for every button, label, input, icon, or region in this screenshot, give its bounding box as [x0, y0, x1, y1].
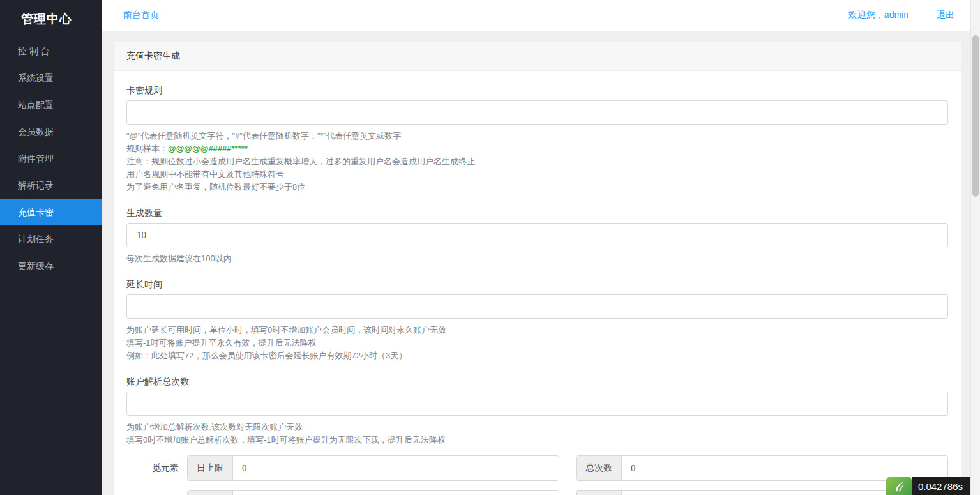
trace-badge: 0.042786s [886, 477, 970, 495]
sidebar-item-attachment-mgmt[interactable]: 附件管理 [0, 145, 102, 172]
sidebar: 管理中心 控 制 台 系统设置 站点配置 会员数据 附件管理 解析记录 充值卡密… [0, 0, 102, 495]
help-line: 例如：此处填写72，那么会员使用该卡密后会延长账户有效期72小时（3天） [126, 349, 948, 362]
scrollbar-thumb[interactable] [972, 35, 979, 197]
panel-title: 充值卡密生成 [114, 42, 961, 71]
main-area: 前台首页 欢迎您，admin 退出 充值卡密生成 卡密规则 "@"代表任意随机英… [102, 0, 980, 495]
site-row-wotuwang: 我图网 日上限 总次数 [126, 490, 948, 495]
card-generation-panel: 充值卡密生成 卡密规则 "@"代表任意随机英文字符，"#"代表任意随机数字，"*… [113, 42, 961, 495]
help-line: "@"代表任意随机英文字符，"#"代表任意随机数字，"*"代表任意英文或数字 [126, 130, 948, 142]
extend-time-help: 为账户延长可用时间，单位小时，填写0时不增加账户会员时间，该时间对永久账户无效 … [126, 324, 948, 362]
extend-time-label: 延长时间 [126, 278, 948, 291]
site-row-miyuansu: 觅元素 日上限 总次数 [126, 455, 948, 481]
help-line: 注意：规则位数过小会造成用户名生成重复概率增大，过多的重复用户名会造成用户名生成… [126, 155, 948, 168]
daily-limit-addon: 日上限 [188, 456, 233, 480]
card-rule-input[interactable] [126, 100, 948, 125]
sidebar-item-member-data[interactable]: 会员数据 [0, 118, 102, 145]
sidebar-item-system-settings[interactable]: 系统设置 [0, 65, 102, 91]
card-rule-help: "@"代表任意随机英文字符，"#"代表任意随机数字，"*"代表任意英文或数字 规… [126, 130, 948, 194]
total-parse-times-input[interactable] [126, 392, 948, 416]
rule-sample-label: 规则样本： [126, 144, 168, 153]
daily-limit-input[interactable] [233, 456, 559, 480]
daily-limit-addon: 日上限 [188, 491, 233, 495]
thinkphp-trace-icon[interactable] [886, 477, 912, 495]
total-times-addon: 总次数 [577, 456, 622, 480]
content-area: 充值卡密生成 卡密规则 "@"代表任意随机英文字符，"#"代表任意随机数字，"*… [102, 31, 980, 495]
site-name-label: 觅元素 [126, 462, 179, 474]
sidebar-item-recharge-card[interactable]: 充值卡密 [0, 199, 102, 225]
total-parse-times-label: 账户解析总次数 [126, 375, 948, 388]
daily-limit-group: 日上限 [187, 490, 559, 495]
rule-sample-line: 规则样本：@@@@@#####***** [126, 142, 948, 155]
exec-time-label: 0.042786s [912, 477, 970, 495]
quantity-label: 生成数量 [126, 206, 948, 219]
welcome-user-link[interactable]: 欢迎您，admin [848, 10, 908, 21]
sidebar-item-console[interactable]: 控 制 台 [0, 38, 102, 65]
total-parse-times-help: 为账户增加总解析次数,该次数对无限次账户无效 填写0时不增加账户总解析次数，填写… [126, 421, 948, 446]
site-limit-rows: 觅元素 日上限 总次数 我图网 日上限 [126, 455, 948, 495]
quantity-help: 每次生成数据建议在100以内 [126, 252, 948, 265]
section-card-rule: 卡密规则 "@"代表任意随机英文字符，"#"代表任意随机数字，"*"代表任意英文… [126, 84, 948, 194]
scrollbar-track [970, 0, 980, 495]
card-rule-label: 卡密规则 [126, 84, 948, 96]
section-quantity: 生成数量 每次生成数据建议在100以内 [126, 206, 948, 265]
panel-body: 卡密规则 "@"代表任意随机英文字符，"#"代表任意随机数字，"*"代表任意英文… [114, 71, 961, 495]
help-line: 填写0时不增加账户总解析次数，填写-1时可将账户提升为无限次下载，提升后无法降权 [126, 434, 948, 446]
sidebar-item-scheduled-tasks[interactable]: 计划任务 [0, 225, 102, 252]
help-line: 为账户延长可用时间，单位小时，填写0时不增加账户会员时间，该时间对永久账户无效 [126, 324, 948, 337]
daily-limit-group: 日上限 [187, 455, 559, 481]
section-extend-time: 延长时间 为账户延长可用时间，单位小时，填写0时不增加账户会员时间，该时间对永久… [126, 278, 948, 362]
help-line: 用户名规则中不能带有中文及其他特殊符号 [126, 168, 948, 181]
topbar: 前台首页 欢迎您，admin 退出 [102, 0, 980, 31]
rule-sample-value: @@@@@#####***** [168, 144, 248, 153]
leaf-swoosh-icon [892, 479, 906, 493]
total-times-addon: 总次数 [577, 491, 622, 495]
sidebar-item-site-config[interactable]: 站点配置 [0, 91, 102, 118]
frontend-home-link[interactable]: 前台首页 [123, 10, 159, 21]
app-title: 管理中心 [0, 0, 102, 38]
quantity-input[interactable] [126, 223, 948, 247]
help-line: 填写-1时可将账户提升至永久有效，提升后无法降权 [126, 337, 948, 349]
daily-limit-input[interactable] [233, 491, 559, 495]
extend-time-input[interactable] [126, 294, 948, 319]
section-total-parse-times: 账户解析总次数 为账户增加总解析次数,该次数对无限次账户无效 填写0时不增加账户… [126, 375, 948, 446]
help-line: 每次生成数据建议在100以内 [126, 252, 948, 265]
sidebar-item-refresh-cache[interactable]: 更新缓存 [0, 252, 102, 279]
logout-link[interactable]: 退出 [937, 10, 954, 21]
sidebar-item-parse-records[interactable]: 解析记录 [0, 172, 102, 199]
help-line: 为了避免用户名重复，随机位数最好不要少于8位 [126, 181, 948, 194]
help-line: 为账户增加总解析次数,该次数对无限次账户无效 [126, 421, 948, 434]
